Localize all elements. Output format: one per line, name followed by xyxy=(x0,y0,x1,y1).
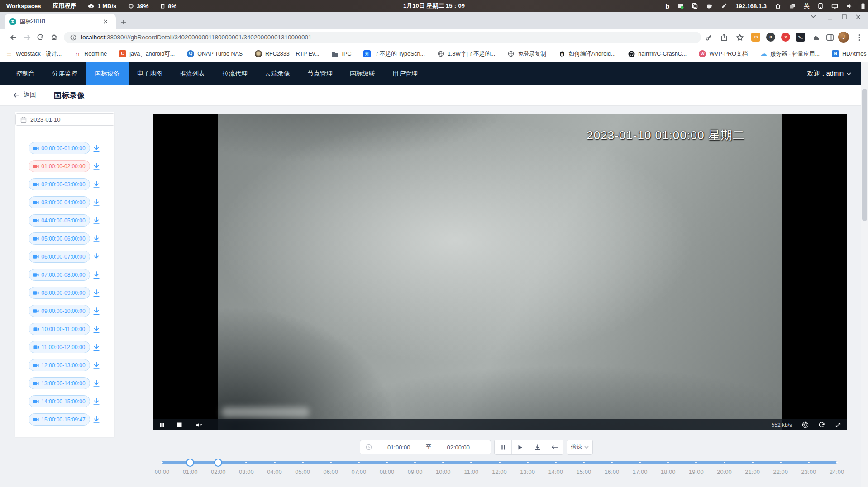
record-download-button[interactable] xyxy=(92,199,100,207)
nav-item[interactable]: 用户管理 xyxy=(384,62,426,85)
extensions-puzzle-button[interactable] xyxy=(809,31,822,44)
bookmark-article1[interactable]: 1.8W字|了不起的... xyxy=(437,50,495,58)
workspace-switcher-icon[interactable] xyxy=(789,3,796,9)
reload-button[interactable] xyxy=(34,31,47,44)
pause-button[interactable] xyxy=(495,440,512,454)
nav-item[interactable]: 分屏监控 xyxy=(43,62,86,85)
record-clip-button[interactable]: 14:00:00-15:00:00 xyxy=(29,395,90,407)
date-picker-input[interactable]: 2023-01-10 xyxy=(15,113,114,126)
seek-back-button[interactable] xyxy=(546,440,563,454)
record-clip-button[interactable]: 07:00:00-08:00:00 xyxy=(29,269,90,281)
range-start-time[interactable]: 01:00:00 xyxy=(372,444,426,451)
record-download-button[interactable] xyxy=(92,379,100,388)
ip-address-indicator[interactable]: 192.168.1.3 xyxy=(735,3,767,9)
record-download-button[interactable] xyxy=(92,162,100,170)
share-button[interactable] xyxy=(717,31,730,44)
profile-avatar[interactable]: J xyxy=(838,32,849,43)
player-pause-button[interactable] xyxy=(160,419,164,430)
bookmark-hdatmos[interactable]: NHDAtmos :: 种子 *... xyxy=(832,50,868,58)
record-download-button[interactable] xyxy=(92,180,100,189)
new-tab-button[interactable] xyxy=(118,16,129,28)
scrollbar-thumb[interactable] xyxy=(862,89,867,221)
input-language-indicator[interactable]: 英 xyxy=(804,2,810,10)
bookmark-java[interactable]: Cjava、android可... xyxy=(119,50,175,58)
nav-item[interactable]: 推流列表 xyxy=(171,62,214,85)
browser-home-button[interactable] xyxy=(48,31,61,44)
record-download-button[interactable] xyxy=(92,144,100,152)
timeline-handle[interactable] xyxy=(214,459,222,467)
extension-ball-icon[interactable]: 8 xyxy=(766,33,775,42)
window-maximize-button[interactable] xyxy=(842,14,847,19)
record-clip-button[interactable]: 10:00:00-11:00:00 xyxy=(29,323,90,335)
timeline-handle[interactable] xyxy=(186,459,194,467)
player-stop-button[interactable] xyxy=(177,419,182,430)
record-download-button[interactable] xyxy=(92,416,100,424)
record-download-button[interactable] xyxy=(92,289,100,297)
record-clip-button[interactable]: 05:00:00-06:00:00 xyxy=(29,232,90,245)
record-clip-button[interactable]: 01:00:00-02:00:00 xyxy=(29,160,90,172)
back-link[interactable]: 返回 xyxy=(13,91,36,99)
color-picker-tray-icon[interactable] xyxy=(721,3,727,9)
address-bar[interactable]: localhost:38080/#/gbRecordDetail/3402000… xyxy=(64,32,701,43)
record-clip-button[interactable]: 00:00:00-01:00:00 xyxy=(29,142,90,154)
record-download-button[interactable] xyxy=(92,271,100,279)
record-download-button[interactable] xyxy=(92,361,100,369)
site-info-icon[interactable] xyxy=(70,34,76,41)
nav-item[interactable]: 国标设备 xyxy=(86,62,129,85)
record-clip-button[interactable]: 08:00:00-09:00:00 xyxy=(29,287,90,299)
clipboard-tray-icon[interactable] xyxy=(692,3,698,9)
range-end-time[interactable]: 02:00:00 xyxy=(432,444,486,451)
tab-search-button[interactable] xyxy=(811,14,816,18)
record-clip-button[interactable]: 06:00:00-07:00:00 xyxy=(29,251,90,263)
bookmark-folder-ipc[interactable]: IPC xyxy=(332,50,352,57)
browser-tab[interactable]: 国标28181 xyxy=(5,14,116,29)
forward-button[interactable] xyxy=(20,31,33,44)
nav-item[interactable]: 控制台 xyxy=(7,62,43,85)
bookmark-copy-free[interactable]: 免登录复制 xyxy=(507,50,546,58)
record-clip-button[interactable]: 02:00:00-03:00:00 xyxy=(29,178,90,190)
bookmark-rfc[interactable]: RFC2833 – RTP Ev... xyxy=(255,50,320,57)
user-menu[interactable]: 欢迎，admin xyxy=(807,62,851,85)
screenshot-tray-icon[interactable] xyxy=(677,3,684,9)
nav-item[interactable]: 云端录像 xyxy=(256,62,299,85)
extension-json-icon[interactable]: JS xyxy=(751,33,760,42)
speed-select[interactable]: 倍速 xyxy=(567,440,593,455)
record-clip-button[interactable]: 15:00:00-15:09:47 xyxy=(29,413,90,426)
side-panel-button[interactable] xyxy=(823,31,836,44)
record-download-button[interactable] xyxy=(92,307,100,315)
record-download-button[interactable] xyxy=(92,397,100,406)
nav-item[interactable]: 拉流代理 xyxy=(214,62,256,85)
bookmark-star-button[interactable] xyxy=(733,31,746,44)
record-download-button[interactable] xyxy=(92,325,100,333)
bookmark-qnap[interactable]: QQNAP Turbo NAS xyxy=(187,50,243,57)
battery-tray-icon[interactable] xyxy=(861,3,865,9)
player-mute-button[interactable] xyxy=(196,419,203,430)
bookmark-zhihu[interactable]: 知了不起的 TypeScri... xyxy=(363,50,425,58)
nav-item[interactable]: 国标级联 xyxy=(341,62,384,85)
player-fullscreen-button[interactable] xyxy=(835,419,841,430)
back-button[interactable] xyxy=(7,31,20,44)
download-button[interactable] xyxy=(529,440,546,454)
video-player[interactable]: 2023-01-10 01:00:00 星期二 552 kb/s xyxy=(153,114,847,430)
record-clip-button[interactable]: 12:00:00-13:00:00 xyxy=(29,359,90,371)
bookmark-redmine[interactable]: ∩Redmine xyxy=(74,50,107,57)
record-download-button[interactable] xyxy=(92,217,100,225)
nav-item[interactable]: 节点管理 xyxy=(299,62,341,85)
bookmark-github[interactable]: hairrrrr/C-CrashC... xyxy=(628,50,687,57)
browser-menu-button[interactable] xyxy=(853,31,866,44)
display-tray-icon[interactable] xyxy=(831,3,838,9)
record-download-button[interactable] xyxy=(92,235,100,243)
window-close-button[interactable] xyxy=(856,14,861,19)
bookmark-cloud-server[interactable]: ☁服务器 - 轻量应用... xyxy=(760,50,820,58)
record-clip-button[interactable]: 03:00:00-04:00:00 xyxy=(29,196,90,208)
record-clip-button[interactable]: 11:00:00-12:00:00 xyxy=(29,341,90,353)
nav-item[interactable]: 电子地图 xyxy=(129,62,171,85)
home-tray-icon[interactable] xyxy=(775,3,781,9)
extension-terminal-icon[interactable]: >_ xyxy=(796,33,805,42)
volume-tray-icon[interactable] xyxy=(846,3,853,9)
player-settings-aperture-button[interactable] xyxy=(802,419,809,430)
bing-tray-icon[interactable]: b xyxy=(665,2,669,10)
bookmark-android-build[interactable]: 如何编译Android... xyxy=(558,50,616,58)
record-clip-button[interactable]: 13:00:00-14:00:00 xyxy=(29,377,90,389)
record-download-button[interactable] xyxy=(92,253,100,261)
